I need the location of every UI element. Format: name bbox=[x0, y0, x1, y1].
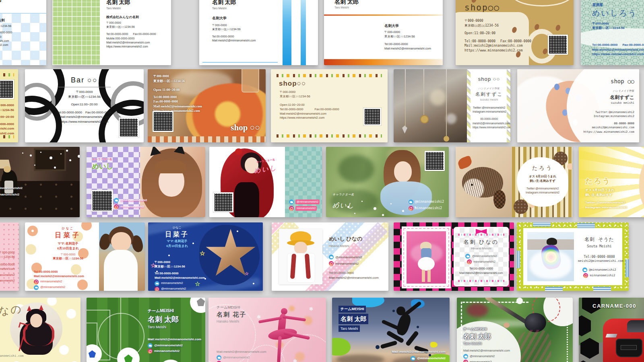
card-body: shop ○○ ハンドメイド作家 名刺すずこ suzuko meishi Twi… bbox=[584, 77, 634, 134]
mobile: Mobile:000-0000-0000 bbox=[0, 35, 46, 39]
ink-dots bbox=[392, 310, 395, 312]
card-kids-washi-tape[interactable]: めいし ひなの Hinano Meishi @minnanomeishi2 mi… bbox=[272, 222, 388, 291]
hair bbox=[547, 238, 557, 245]
card-team-ballet[interactable]: ✻ ✻ ✻ チームMEISHI 名刺 花子 Hanako Meishi Mail… bbox=[208, 298, 326, 362]
apple bbox=[235, 148, 242, 155]
batter-helmet bbox=[524, 313, 546, 332]
food-icon-row-top bbox=[0, 73, 14, 76]
instagram-handle: minnanomeishi2 bbox=[335, 261, 359, 266]
member-romaji: Hanako Meishi bbox=[217, 319, 246, 324]
mail: Mail:meishi2@minnanomeishi.com bbox=[217, 350, 266, 354]
person-romaji: Taro Meishi bbox=[0, 5, 46, 9]
card-kids-harlequin[interactable]: 名刺 ひなの Hinano Meishi @minnanomeishi2 min… bbox=[394, 222, 514, 291]
card-shop-cream[interactable]: shop○○ 〒000-0000 東京都○○区○○1234-56 Open:11… bbox=[271, 69, 388, 142]
tel: Tel:00-0000-0000 bbox=[455, 267, 508, 271]
card-car[interactable]: CARNAME-000 bbox=[579, 298, 644, 362]
tel: 00-0000-0000 bbox=[584, 121, 634, 125]
tel: Tel:00-0000-0000 bbox=[384, 42, 431, 47]
card-character-catgirl[interactable]: キャラクター名 めいし @minnanomeishi2 minnanomeish… bbox=[87, 147, 205, 217]
card-kids-blossom[interactable]: ひなこ 日菜子 ママ:名刺花子 6月10日生まれ 〒000-0000 東京都○○… bbox=[25, 222, 145, 291]
twitter-icon bbox=[465, 254, 470, 259]
tel: Tel:00-0000-0000 bbox=[155, 272, 205, 276]
card-shop-yellow[interactable]: 〒000-0000 東京都○○区○○1234-56 Open:11:00~20:… bbox=[0, 69, 18, 142]
card-pet-hamster[interactable]: たろう オス 6月10日うまれ 飼い主:名刺みすず Twitter:@minna… bbox=[579, 147, 644, 217]
bokeh-light bbox=[446, 113, 456, 124]
name-block: ひなこ 日菜子 ママ:名刺花子 6月10日生まれ bbox=[153, 226, 201, 249]
qr-code bbox=[548, 35, 568, 55]
card-team-skater[interactable]: チームMEISHI 名刺 太郎 Taro Meishi Mail:meishi2… bbox=[332, 298, 450, 362]
mail: meishi2@minnanomeishi.com bbox=[473, 121, 506, 125]
card-character-alice[interactable]: キャラクター名 めいし @minnanomeishi2 minnanomeish… bbox=[326, 147, 449, 217]
tel-fax-line: Tel:00-0000-0000Fax:00-0000-0000 bbox=[50, 110, 119, 115]
tel: Tel:00-0000-0000 bbox=[0, 263, 15, 267]
twitter-handle: Twitter:@minnanomeishi2 bbox=[584, 110, 634, 114]
card-pizza-shop[interactable]: 〒000-0000 東京都○○区○○1234-56 Open 11:00~20:… bbox=[148, 69, 266, 142]
tel-fax-line: Tel:00-0000-0000Fax:00-0000-0000 bbox=[592, 43, 644, 47]
kid-name: 日菜子 bbox=[153, 230, 201, 239]
card-cosplay-maid[interactable]: @minnanomeishi2 minnanomeishi2 bbox=[0, 147, 80, 217]
url: https://www.minnanomeishi2.com bbox=[473, 125, 506, 129]
card-izakaya[interactable]: 居酒屋 めいしろう 〒000-0000 東京都○○区○○1234-56 Tel:… bbox=[581, 0, 644, 65]
blossom-decorations bbox=[27, 226, 38, 236]
pitched-ball bbox=[516, 298, 523, 304]
kid-name: 名刺 ひなの bbox=[455, 239, 508, 246]
card-body: チームMEISHI 名刺 太郎 Taro Meishi Mail:meishi2… bbox=[148, 308, 201, 354]
fax: Fax:00-0000-0000 bbox=[500, 39, 531, 43]
cloud-blur bbox=[336, 354, 384, 362]
tel-fax-line: Tel:00-0000-0000Fax:00-0000-0000 bbox=[106, 32, 156, 36]
postal: 〒000-0000 bbox=[153, 74, 202, 79]
card-kids-daisy[interactable]: ひなの @minnanomeishi2 minnanomeishi2 Tel:0… bbox=[0, 298, 80, 362]
card-university-blue[interactable]: 名刺大学○○学部○○学科 名刺 太郎 Taro Meishi 名刺大学 〒000… bbox=[199, 0, 318, 65]
kid-romaji: Hinano Meishi bbox=[329, 244, 379, 249]
card-character-redhood[interactable]: キャラクター名 めいし @minnanomeishi2 minnanomeish… bbox=[209, 147, 322, 217]
cloud-frame: たろう オス 6月10日うまれ 飼い主:名刺みすず Twitter:@minna… bbox=[517, 157, 568, 207]
hamster bbox=[639, 147, 644, 217]
tel: Tel:00-0000-0000 bbox=[153, 95, 202, 100]
twitter-handle: @minnanomeishi2 bbox=[0, 279, 15, 283]
mail: meishi2@minnanomeishi.com bbox=[584, 125, 634, 130]
bokeh-light bbox=[430, 89, 446, 105]
qr-code bbox=[91, 190, 113, 212]
card-coffee-shop[interactable]: shop○○ 〒000-0000 東京都○○区○○1234-56 Open:11… bbox=[456, 0, 574, 65]
card-handmade-nails[interactable]: shop ○○ ハンドメイド作家 名刺すずこ suzuko meishi Twi… bbox=[517, 69, 639, 142]
maker-title: ハンドメイド作家 bbox=[584, 89, 634, 93]
url: https://www.minnanomeishi2.com bbox=[584, 130, 634, 134]
blue-patch bbox=[593, 287, 611, 291]
member-name: 名刺 太郎 bbox=[148, 314, 201, 325]
person-name: 名刺 太郎 bbox=[334, 0, 364, 6]
contact-block: 〒000-0000 東京都○○区○○1234-56 Open 11:00~20:… bbox=[153, 74, 202, 113]
card-kids-navy-stars[interactable]: ☆ ☆ ☆ ☆ ひなこ 日菜子 ママ:名刺花子 6月10日生まれ 〒000-00… bbox=[148, 222, 263, 291]
tel-fax-line: Tel:00-0000-0000Fax:00-0000-0000 bbox=[464, 39, 531, 44]
card-kids-chartreuse[interactable]: 名刺 そうた Souta Meishi Tel:00-0000-0000 mei… bbox=[517, 222, 629, 291]
birthday: 6月10日生まれ bbox=[153, 244, 201, 249]
card-team-baseball[interactable]: チームMEISHI 名刺 太郎 Taro Meishi Mail:meishi2… bbox=[457, 298, 573, 362]
team-name: チームMEISHI bbox=[339, 306, 366, 313]
header-block: 名刺大学○○学部○○学科 名刺 太郎 Taro Meishi bbox=[334, 0, 364, 10]
addr: 東京都○○区○○1234-56 bbox=[106, 25, 156, 29]
card-corporate-argyle[interactable]: 営業部 部長 名刺 太郎 Taro Meishi 株式会社みんなの名刺 〒000… bbox=[0, 0, 46, 65]
card-university-orange[interactable]: 名刺大学○○学部○○学科 名刺 太郎 Taro Meishi 名刺大学 〒000… bbox=[324, 0, 443, 65]
person-romaji: Taro Meishi bbox=[106, 6, 156, 10]
tel: Tel:00-0000-0000 bbox=[212, 35, 256, 39]
mobile: Mobile:000-0000-0000 bbox=[106, 37, 156, 41]
addr: 東京都○○区○○1234-56 bbox=[0, 25, 11, 27]
card-bar[interactable]: Bar ○○ 〒000-0000 東京都○○区○○1234-56 Open:11… bbox=[25, 69, 144, 142]
card-kids-pinkdots[interactable]: ひなこ 日菜子 ママ:名刺花子 6月10日生まれ 〒000-0000 東京都○○… bbox=[0, 222, 19, 291]
mail: Mail:meishi2@minnanomeishi.com bbox=[50, 115, 119, 119]
car-name: CARNAME-000 bbox=[592, 302, 636, 310]
card-team-soccer[interactable]: チームMEISHI 名刺 太郎 Taro Meishi Mail:meishi2… bbox=[87, 298, 205, 362]
url: https://www.minnanomeishi2.com bbox=[50, 119, 119, 124]
character-name: めいし bbox=[332, 201, 355, 210]
blue-bottom-line bbox=[202, 62, 278, 63]
card-handmade-jewelry[interactable]: shop ○○ ハンドメイド作家 名刺すずこ suzuko meishi Twi… bbox=[394, 69, 510, 142]
mail: Mail:meishi2@minnanomeishi.com bbox=[155, 276, 205, 280]
twitter-icon bbox=[155, 281, 159, 286]
contact-block: Tel:00-0000-0000Fax:00-0000-0000 Mail:me… bbox=[592, 43, 644, 57]
pendant bbox=[444, 136, 449, 142]
fax: Fax:00-0000-0000 bbox=[622, 43, 644, 47]
card-pet-hedgehog[interactable]: たろう オス 6月10日うまれ 飼い主:名刺みすず Twitter:@minna… bbox=[456, 147, 572, 217]
card-corporate-green[interactable]: 営業部 部長 名刺 太郎 Taro Meishi 株式会社みんなの名刺 〒000… bbox=[52, 0, 171, 65]
instagram-handle: minnanomeishi2 bbox=[0, 273, 15, 278]
birthday: 6月10日生まれ bbox=[42, 246, 94, 251]
blue-patch bbox=[545, 287, 563, 291]
